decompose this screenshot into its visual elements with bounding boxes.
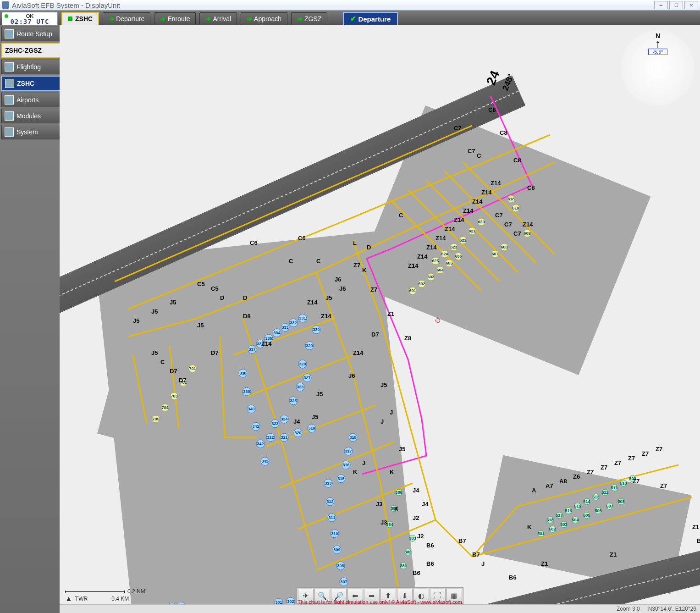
taxiway-label: C (160, 359, 165, 365)
window-minimize-button[interactable]: ━ (654, 1, 668, 9)
gate-label: 383 (409, 536, 416, 541)
gate-label: 502 (549, 527, 556, 531)
gate-label: 515 (574, 504, 581, 508)
clipboard-icon (5, 79, 14, 88)
window-close-button[interactable]: ✕ (684, 1, 698, 9)
gate-label: 504 (572, 518, 579, 522)
gate-label: 302 (287, 599, 294, 604)
gate-label: 619 (512, 206, 519, 210)
gate-label: 318 (349, 435, 356, 440)
gate-label: 623 (450, 245, 457, 249)
taxiway-label: B6 (426, 560, 434, 567)
sidebar-item-label: Modules (17, 112, 41, 120)
gate-label: 381 (400, 563, 407, 568)
window-title: AivlaSoft EFB System - DisplayUnit (12, 1, 120, 9)
gate-label: 339 (243, 389, 250, 394)
scale-nm: 0.2 NM (127, 588, 145, 595)
gate-label: 342 (257, 442, 264, 446)
sidebar-item-flight-pair[interactable]: ZSHC-ZGSZ (1, 43, 61, 58)
taxiway-label: C5 (197, 281, 205, 287)
taxiway-label: K (362, 267, 367, 274)
taxiway-label: D7 (170, 368, 177, 375)
gate-label: 316 (342, 463, 349, 467)
taxiway-label: C7 (513, 230, 521, 237)
gate-label: 309 (333, 547, 340, 552)
sidebar-item-modules[interactable]: Modules (1, 109, 61, 123)
gate-label: 333 (281, 325, 288, 330)
taxiway-label: Z7 (642, 450, 649, 457)
gate-label: 343 (261, 459, 268, 464)
taxiway-label: C6 (298, 235, 306, 242)
taxiway-label: D (367, 244, 371, 251)
taxiway-label: Z6 (573, 473, 580, 480)
taxiway-label: Z7 (587, 469, 594, 475)
compass-needle-icon: ↑ (655, 39, 661, 48)
nav-origin-label: ZSHC (75, 15, 93, 22)
nav-approach-button[interactable]: ➔Approach (241, 12, 287, 25)
gate-label: 325 (290, 398, 297, 403)
gate-label: 605 (446, 261, 452, 265)
globe-icon (5, 95, 14, 105)
taxiway-label: J (481, 560, 485, 567)
sim-status-block: OK 02:37 UTC (2, 12, 58, 26)
taxiway-label: Z14 (463, 207, 474, 214)
arrow-left-icon: ⬅ (352, 591, 358, 600)
gate-label: 382 (404, 550, 411, 554)
sidebar-item-airport[interactable]: ZSHC (1, 76, 61, 91)
taxiway-label: Z7 (370, 286, 377, 293)
gate-label: 624 (441, 252, 448, 256)
compass-magvar: -5.5° (648, 49, 667, 55)
gate-label: 625 (432, 259, 439, 263)
taxiway-label: Z14 (523, 221, 533, 228)
taxiway-label: J6 (339, 285, 346, 292)
gate-label: 518 (546, 518, 553, 522)
arrow-right-icon: ➔ (247, 15, 252, 22)
gate-label: 507 (606, 504, 613, 508)
taxiway-label: Z1 (541, 560, 548, 567)
taxiway-label: J5 (133, 317, 139, 324)
sidebar-item-route-setup[interactable]: Route Setup (1, 27, 61, 41)
gate-label: 703 (171, 394, 177, 398)
gate-label: 603 (427, 275, 434, 279)
nav-departure-button[interactable]: ➔Departure (103, 12, 150, 25)
airport-chart-viewport[interactable]: 24 248° (60, 25, 700, 605)
gate-label: 705 (152, 417, 159, 421)
gates-blue-group: 3313323333303343353363373293283383273263… (168, 314, 357, 605)
taxiway-label: D (243, 294, 247, 301)
window-maximize-button[interactable]: ☐ (669, 1, 683, 9)
gate-label: 312 (326, 499, 333, 504)
taxiway-label: A8 (559, 478, 567, 485)
nav-arrival-button[interactable]: ➔Arrival (199, 12, 237, 25)
taxiway-label: J (362, 459, 365, 466)
scale-twr: TWR (75, 596, 88, 602)
nav-dest-button[interactable]: ➔ZGSZ (291, 12, 327, 25)
taxiway-label: K (390, 469, 394, 475)
taxiway-label: J6 (335, 276, 341, 283)
taxiway-label: C6 (250, 239, 258, 246)
nav-enroute-button[interactable]: ➔Enroute (154, 12, 196, 25)
arrow-up-icon: ⬆ (385, 591, 391, 600)
gate-label: 516 (565, 508, 572, 513)
nav-origin-button[interactable]: ZSHC (61, 12, 99, 26)
taxiway-label: J5 (325, 294, 332, 301)
taxiway-label: B6 (426, 542, 434, 549)
taxiway-network (115, 126, 692, 593)
nav-approach-label: Approach (254, 15, 281, 22)
taxiway-label: J3 (376, 501, 382, 508)
gate-label: 311 (328, 515, 335, 520)
taxiway-label: A7 (546, 482, 553, 489)
chart-overlay: 3313323333303343353363373293283383273263… (60, 25, 700, 605)
taxiway-label: J5 (170, 299, 176, 306)
gate-label: 503 (560, 522, 567, 527)
gate-label: 609 (524, 231, 530, 236)
taxiway-label: J5 (197, 322, 204, 329)
taxiway-label: K (394, 505, 399, 512)
taxiway-label: J (380, 418, 384, 425)
sidebar-item-airports[interactable]: Airports (1, 93, 61, 107)
taxiway-label: J2 (417, 533, 424, 540)
sidebar-item-system[interactable]: System (1, 125, 61, 139)
taxiway-label: J (390, 409, 393, 416)
arrow-right-icon: ➔ (109, 15, 114, 22)
sidebar-item-flightlog[interactable]: Flightlog (1, 60, 61, 74)
procedure-button[interactable]: ✔Departure (343, 12, 398, 26)
